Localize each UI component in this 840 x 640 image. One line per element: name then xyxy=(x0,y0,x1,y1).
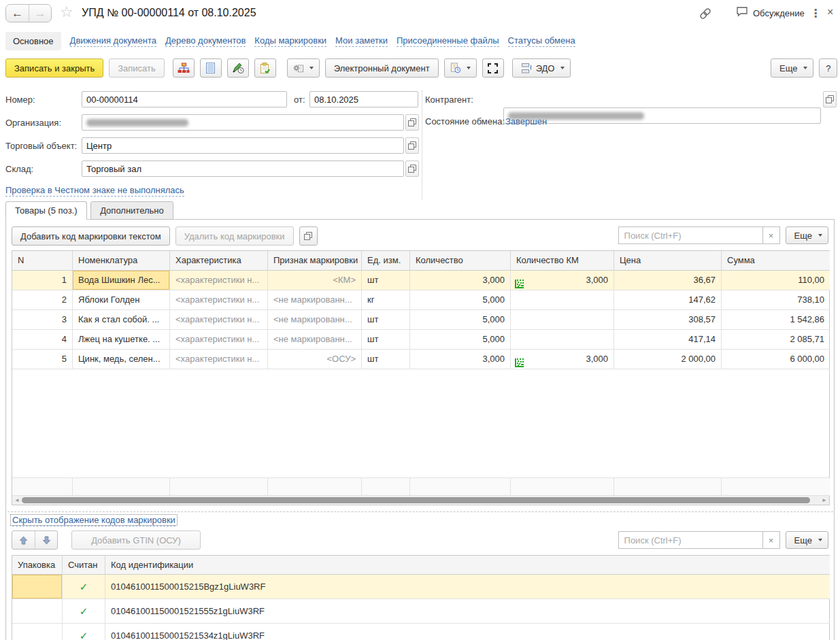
cell-characteristic[interactable]: <характеристики н... xyxy=(170,271,268,290)
cell-qty-km[interactable] xyxy=(511,290,614,310)
cell-qty-km[interactable]: 3,000 xyxy=(511,350,614,369)
code-row[interactable]: ✓ 010461001150001521534z1gLiuW3RF xyxy=(12,624,829,640)
add-marking-code-text-button[interactable]: Добавить код маркировки текстом xyxy=(12,226,170,246)
col-qty[interactable]: Количество xyxy=(410,251,511,271)
cell-qty[interactable]: 5,000 xyxy=(410,290,511,310)
products-search-input[interactable] xyxy=(618,226,762,244)
cell-sum[interactable]: 1 542,86 xyxy=(722,310,830,330)
table-row[interactable]: 2 Яблоки Голден <характеристики н... <не… xyxy=(12,290,829,310)
cell-marking[interactable]: <ОСУ> xyxy=(268,350,362,369)
cell-nomenclature[interactable]: Яблоки Голден xyxy=(73,290,170,310)
scroll-left-icon[interactable]: ◄ xyxy=(12,496,22,505)
warehouse-field[interactable] xyxy=(82,161,404,177)
nav-link-exchange-statuses[interactable]: Статусы обмена xyxy=(508,35,575,47)
cell-nomenclature[interactable]: Цинк, медь, селен... xyxy=(73,350,170,369)
col-qty-km[interactable]: Количество КМ xyxy=(511,251,614,271)
cell-sum[interactable]: 6 000,00 xyxy=(722,350,830,369)
col-sum[interactable]: Сумма xyxy=(722,251,830,271)
move-up-button[interactable] xyxy=(12,531,35,550)
kebab-menu-icon[interactable]: ⋮ xyxy=(810,7,821,20)
cell-qty[interactable]: 3,000 xyxy=(410,271,511,290)
cell-sum[interactable]: 738,10 xyxy=(722,290,830,310)
scanned-check-icon[interactable]: ✓ xyxy=(63,624,105,640)
add-gtin-button[interactable]: Добавить GTIN (ОСУ) xyxy=(71,530,201,550)
close-icon[interactable]: × xyxy=(827,6,833,18)
nav-link-my-notes[interactable]: Мои заметки xyxy=(335,35,388,47)
cell-price[interactable]: 417,14 xyxy=(614,330,722,350)
cell-unit[interactable]: шт xyxy=(362,330,410,350)
col-characteristic[interactable]: Характеристика xyxy=(170,251,268,271)
counterparty-open-button[interactable] xyxy=(823,91,837,107)
cell-qty[interactable]: 5,000 xyxy=(410,330,511,350)
cell-qty-km[interactable]: 3,000 xyxy=(511,271,614,290)
cell-n[interactable]: 1 xyxy=(12,271,73,290)
sign-document-button[interactable] xyxy=(227,58,249,78)
scrollbar-thumb[interactable] xyxy=(22,497,810,503)
check-tasks-button[interactable] xyxy=(254,58,276,78)
cell-qty[interactable]: 3,000 xyxy=(410,350,511,369)
counterparty-field[interactable] xyxy=(503,107,821,124)
tab-additional[interactable]: Дополнительно xyxy=(90,201,173,220)
back-button[interactable]: ← xyxy=(6,5,29,22)
discussion-button[interactable]: Обсуждение xyxy=(736,6,805,20)
help-button[interactable]: ? xyxy=(819,58,837,78)
cell-marking[interactable]: <не маркированн... xyxy=(268,330,362,350)
table-row[interactable]: 4 Лжец на кушетке. ... <характеристики н… xyxy=(12,330,829,350)
nav-link-attached-files[interactable]: Присоединенные файлы xyxy=(397,35,499,47)
cell-characteristic[interactable]: <характеристики н... xyxy=(170,310,268,330)
more-button[interactable]: Еще xyxy=(771,58,813,78)
cell-identification-code[interactable]: 010461001150001521534z1gLiuW3RF xyxy=(105,624,830,640)
warehouse-open-button[interactable] xyxy=(405,161,419,177)
chestny-znak-link[interactable]: Проверка в Честном знаке не выполнялась xyxy=(5,185,184,197)
get-link-icon[interactable] xyxy=(699,7,711,20)
horizontal-scrollbar[interactable]: ◄ ► xyxy=(12,496,829,505)
cell-nomenclature[interactable]: Вода Шишкин Лес... xyxy=(73,271,170,290)
col-marking[interactable]: Признак маркировки xyxy=(268,251,362,271)
register-records-button[interactable] xyxy=(200,58,222,78)
cell-characteristic[interactable]: <характеристики н... xyxy=(170,290,268,310)
cell-qty-km[interactable] xyxy=(511,330,614,350)
cell-package[interactable] xyxy=(12,624,63,640)
cell-nomenclature[interactable]: Как я стал собой. ... xyxy=(73,310,170,330)
trade-object-field[interactable] xyxy=(82,137,404,154)
organization-open-button[interactable] xyxy=(405,114,419,131)
cell-marking[interactable]: <не маркированн... xyxy=(268,310,362,330)
nav-tab-main[interactable]: Основное xyxy=(5,32,61,50)
tab-goods[interactable]: Товары (5 поз.) xyxy=(5,201,87,220)
cell-price[interactable]: 147,62 xyxy=(614,290,722,310)
fullscreen-button[interactable] xyxy=(482,58,504,78)
scanned-check-icon[interactable]: ✓ xyxy=(63,599,105,624)
cell-marking[interactable]: <не маркированн... xyxy=(268,290,362,310)
cell-n[interactable]: 4 xyxy=(12,330,73,350)
cell-identification-code[interactable]: 010461001150001521555z1gLiuW3RF xyxy=(105,599,830,624)
cell-n[interactable]: 2 xyxy=(12,290,73,310)
col-n[interactable]: N xyxy=(12,251,73,271)
nav-link-marking-codes[interactable]: Коды маркировки xyxy=(254,35,326,47)
col-package[interactable]: Упаковка xyxy=(12,556,63,575)
cell-marking[interactable]: <КМ> xyxy=(268,271,362,290)
cell-characteristic[interactable]: <характеристики н... xyxy=(170,350,268,369)
code-row[interactable]: ✓ 010461001150001521555z1gLiuW3RF xyxy=(12,599,829,624)
number-field[interactable] xyxy=(82,91,287,107)
delete-marking-code-button[interactable]: Удалить код маркировки xyxy=(175,226,294,246)
print-button[interactable] xyxy=(287,58,320,78)
cell-nomenclature[interactable]: Лжец на кушетке. ... xyxy=(73,330,170,350)
forward-button[interactable]: → xyxy=(29,5,51,22)
electronic-document-button[interactable]: Электронный документ xyxy=(325,58,439,78)
cell-qty[interactable]: 5,000 xyxy=(410,310,511,330)
cell-price[interactable]: 2 000,00 xyxy=(614,350,722,369)
col-identification-code[interactable]: Код идентификации xyxy=(105,556,830,575)
panel-splitter[interactable] xyxy=(7,511,833,512)
table-row[interactable]: 5 Цинк, медь, селен... <характеристики н… xyxy=(12,350,829,369)
scroll-right-icon[interactable]: ► xyxy=(820,496,829,505)
nav-link-document-movements[interactable]: Движения документа xyxy=(70,35,156,47)
cell-unit[interactable]: шт xyxy=(362,271,410,290)
move-down-button[interactable] xyxy=(35,531,57,550)
cell-unit[interactable]: шт xyxy=(362,350,410,369)
cell-characteristic[interactable]: <характеристики н... xyxy=(170,330,268,350)
organization-field[interactable] xyxy=(82,114,404,131)
col-nomenclature[interactable]: Номенклатура xyxy=(73,251,170,271)
products-more-button[interactable]: Еще xyxy=(786,226,828,244)
cell-sum[interactable]: 110,00 xyxy=(722,271,830,290)
col-price[interactable]: Цена xyxy=(614,251,722,271)
